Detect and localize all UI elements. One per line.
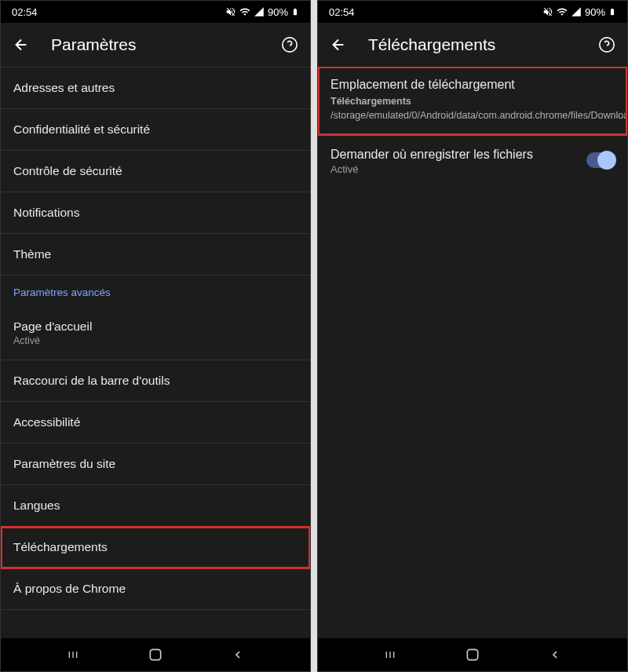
settings-item-label: Langues <box>13 499 298 513</box>
download-location-path-prefix: Téléchargements <box>330 96 411 107</box>
back-button[interactable] <box>329 35 348 54</box>
battery-percentage: 90% <box>268 6 288 18</box>
status-bar: 02:54 90% <box>318 1 627 23</box>
wifi-icon <box>557 6 568 17</box>
svg-point-0 <box>283 38 297 52</box>
battery-icon <box>608 6 616 17</box>
status-time: 02:54 <box>329 6 355 18</box>
advanced-section-header: Paramètres avancés <box>1 276 310 306</box>
recents-button[interactable] <box>379 644 401 666</box>
download-location-item[interactable]: Emplacement de téléchargement Télécharge… <box>318 67 627 135</box>
svg-rect-5 <box>150 649 160 659</box>
status-icons-group: 90% <box>542 6 616 18</box>
settings-item-homepage[interactable]: Page d'accueil Activé <box>1 306 310 360</box>
status-time: 02:54 <box>12 6 38 18</box>
settings-item-sublabel: Activé <box>13 335 298 346</box>
switch-thumb <box>597 151 616 170</box>
download-location-path: Téléchargements /storage/emulated/0/Andr… <box>330 95 615 122</box>
wifi-icon <box>239 6 250 17</box>
status-bar: 02:54 90% <box>1 1 310 23</box>
toggle-text: Demander où enregistrer les fichiers Act… <box>330 148 574 175</box>
battery-percentage: 90% <box>585 6 605 18</box>
download-location-label: Emplacement de téléchargement <box>330 78 615 92</box>
help-button[interactable] <box>597 35 616 54</box>
app-bar: Paramètres <box>1 23 310 67</box>
android-nav-bar <box>318 638 627 671</box>
settings-item-label: À propos de Chrome <box>13 582 298 596</box>
android-nav-bar <box>1 638 310 671</box>
settings-item-toolbar-shortcut[interactable]: Raccourci de la barre d'outils <box>1 360 310 402</box>
status-icons-group: 90% <box>225 6 299 18</box>
home-button[interactable] <box>462 644 484 666</box>
settings-item-accessibility[interactable]: Accessibilité <box>1 402 310 444</box>
settings-item-downloads[interactable]: Téléchargements <box>1 527 310 568</box>
settings-item-label: Contrôle de sécurité <box>13 164 298 178</box>
settings-item-label: Page d'accueil <box>13 320 298 334</box>
ask-where-save-toggle-row[interactable]: Demander où enregistrer les fichiers Act… <box>318 135 627 188</box>
back-nav-button[interactable] <box>227 644 249 666</box>
settings-item-label: Adresses et autres <box>13 81 298 95</box>
settings-list: Adresses et autres Confidentialité et sé… <box>1 67 310 638</box>
back-button[interactable] <box>12 35 31 54</box>
signal-icon <box>571 6 582 17</box>
settings-item-label: Raccourci de la barre d'outils <box>13 374 298 388</box>
settings-item-safety[interactable]: Contrôle de sécurité <box>1 151 310 192</box>
settings-item-theme[interactable]: Thème <box>1 234 310 276</box>
phone-left: 02:54 90% Paramètres Adresses <box>0 0 311 672</box>
download-location-path-value: /storage/emulated/0/Android/data/com.and… <box>330 110 627 121</box>
settings-item-about[interactable]: À propos de Chrome <box>1 568 310 610</box>
svg-rect-11 <box>467 649 477 659</box>
settings-item-label: Confidentialité et sécurité <box>13 122 298 137</box>
page-title: Paramètres <box>51 35 260 54</box>
settings-item-label: Thème <box>13 247 298 261</box>
settings-item-addresses[interactable]: Adresses et autres <box>1 67 310 109</box>
page-title: Téléchargements <box>368 35 577 54</box>
help-button[interactable] <box>280 35 299 54</box>
settings-item-site-settings[interactable]: Paramètres du site <box>1 444 310 485</box>
app-bar: Téléchargements <box>318 23 627 67</box>
toggle-title: Demander où enregistrer les fichiers <box>330 148 574 162</box>
back-nav-button[interactable] <box>544 644 566 666</box>
settings-item-label: Téléchargements <box>13 540 298 554</box>
settings-item-notifications[interactable]: Notifications <box>1 192 310 234</box>
settings-item-label: Notifications <box>13 206 298 220</box>
phone-right: 02:54 90% Téléchargements Emp <box>317 0 628 672</box>
downloads-content: Emplacement de téléchargement Télécharge… <box>318 67 627 638</box>
toggle-subtitle: Activé <box>330 163 574 175</box>
battery-icon <box>291 6 299 17</box>
settings-item-languages[interactable]: Langues <box>1 485 310 527</box>
signal-icon <box>254 6 265 17</box>
mute-icon <box>225 6 236 17</box>
recents-button[interactable] <box>62 644 84 666</box>
toggle-switch[interactable] <box>586 152 615 168</box>
home-button[interactable] <box>144 644 166 666</box>
settings-item-privacy[interactable]: Confidentialité et sécurité <box>1 109 310 151</box>
mute-icon <box>542 6 553 17</box>
settings-item-label: Paramètres du site <box>13 457 298 471</box>
settings-item-label: Accessibilité <box>13 415 298 429</box>
svg-point-6 <box>600 38 614 52</box>
